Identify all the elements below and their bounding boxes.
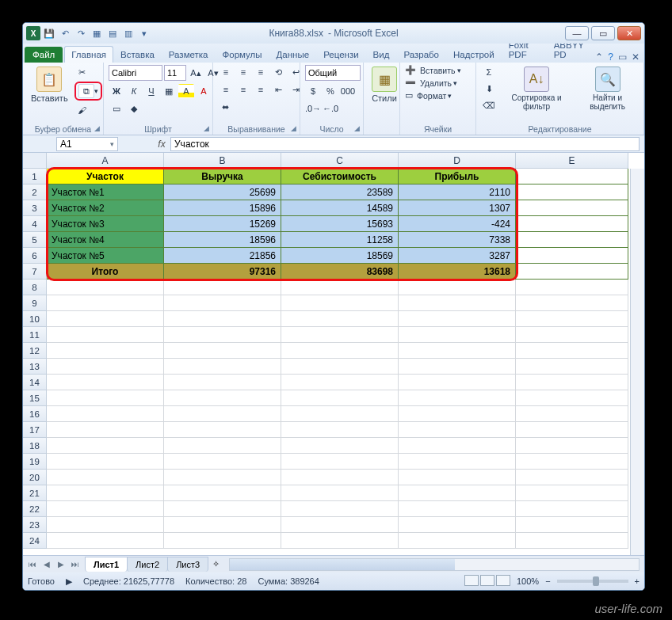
row-header[interactable]: 8 [23,280,47,295]
file-tab[interactable]: Файл [25,47,63,63]
align-right-icon[interactable]: ≡ [253,82,269,97]
cell[interactable] [164,343,281,359]
align-bot-icon[interactable]: ≡ [253,65,269,79]
launcher-icon[interactable]: ◢ [204,124,209,132]
cell[interactable] [281,359,399,375]
delete-cell-icon[interactable]: ➖ [405,78,416,88]
cell[interactable]: 83698 [281,264,399,280]
cell[interactable] [164,485,281,501]
cell[interactable] [399,485,516,501]
cell[interactable] [516,470,628,485]
row-header[interactable]: 16 [23,406,47,422]
cell[interactable] [399,406,516,422]
tab-home[interactable]: Главная [64,46,113,63]
cells-area[interactable]: УчастокВыручкаСебистоимостьПрибыльУчасто… [47,169,630,555]
cell[interactable] [164,438,281,454]
cell[interactable] [399,375,516,390]
cell[interactable]: 2110 [399,184,516,200]
row-header[interactable]: 17 [23,422,47,438]
cell[interactable] [399,311,516,327]
cell[interactable] [516,406,628,422]
borders-icon[interactable]: ▭ [109,101,124,116]
merge-icon[interactable]: ⬌ [218,100,233,114]
cell[interactable] [516,311,628,327]
cell[interactable] [164,375,281,390]
cell[interactable] [399,454,516,470]
cell[interactable] [516,517,628,533]
row-header[interactable]: 19 [23,454,47,470]
cell[interactable] [281,533,399,549]
underline-icon[interactable]: Ч [143,84,159,98]
cell[interactable] [399,327,516,343]
cell[interactable] [516,343,628,359]
font-name-input[interactable] [109,65,162,81]
format-cell-icon[interactable]: ▭ [405,90,413,101]
launcher-icon[interactable]: ◢ [291,124,296,132]
cell[interactable] [516,232,628,248]
save-icon[interactable]: 💾 [42,26,56,40]
cell[interactable] [516,359,628,375]
sheet-tab[interactable]: Лист2 [127,557,168,572]
font-size-input[interactable] [164,65,186,81]
cell[interactable] [399,517,516,533]
cell[interactable] [47,533,164,549]
cell[interactable]: 1307 [399,200,516,216]
cell[interactable] [516,454,628,470]
view-buttons[interactable] [463,575,510,588]
horizontal-scrollbar[interactable] [229,558,640,571]
cell[interactable]: Участок №4 [47,232,164,248]
last-sheet-icon[interactable]: ⏭ [69,560,82,569]
percent-icon[interactable]: % [323,84,338,98]
macro-icon[interactable]: ▶ [66,576,72,587]
tab-addins[interactable]: Надстрой [446,46,502,63]
cell[interactable] [47,390,164,406]
qat-icon[interactable]: ▦ [90,26,104,40]
cell[interactable] [281,295,399,311]
italic-icon[interactable]: К [126,84,142,98]
row-header[interactable]: 10 [23,311,47,327]
cell[interactable] [164,359,281,375]
cell[interactable] [47,438,164,454]
worksheet[interactable]: A B C D E 123456789101112131415161718192… [23,153,644,555]
row-header[interactable]: 12 [23,343,47,359]
grow-font-icon[interactable]: A▴ [188,66,204,80]
row-header[interactable]: 22 [23,501,47,517]
tab-insert[interactable]: Вставка [113,46,162,63]
tab-formulas[interactable]: Формулы [216,46,269,63]
cell[interactable] [516,248,628,264]
cell[interactable]: 97316 [164,264,281,280]
cell[interactable] [47,327,164,343]
cell[interactable] [47,343,164,359]
cell[interactable]: 15693 [281,216,399,232]
sheet-tab[interactable]: Лист3 [167,557,208,572]
align-mid-icon[interactable]: ≡ [235,65,251,79]
cell[interactable] [164,295,281,311]
cell[interactable] [281,501,399,517]
cell[interactable] [164,533,281,549]
name-box[interactable]: A1 ▾ [56,137,118,151]
cell[interactable] [281,343,399,359]
cell[interactable] [281,280,399,295]
row-header[interactable]: 2 [23,184,47,200]
cell[interactable] [47,295,164,311]
first-sheet-icon[interactable]: ⏮ [26,560,39,569]
col-header[interactable]: E [516,153,628,169]
zoom-in-icon[interactable]: + [635,576,640,586]
cell[interactable] [516,533,628,549]
qat-icon[interactable]: ▥ [121,26,136,40]
cell[interactable] [164,390,281,406]
cell[interactable] [164,422,281,438]
cell[interactable] [47,517,164,533]
cell[interactable] [399,533,516,549]
cell[interactable] [516,280,628,295]
cell[interactable] [47,280,164,295]
cell[interactable] [399,470,516,485]
cell[interactable] [399,390,516,406]
cell[interactable] [164,454,281,470]
row-header[interactable]: 5 [23,232,47,248]
cell[interactable] [281,454,399,470]
cell[interactable] [47,406,164,422]
cell[interactable] [164,501,281,517]
cell[interactable] [399,359,516,375]
cell[interactable] [281,438,399,454]
